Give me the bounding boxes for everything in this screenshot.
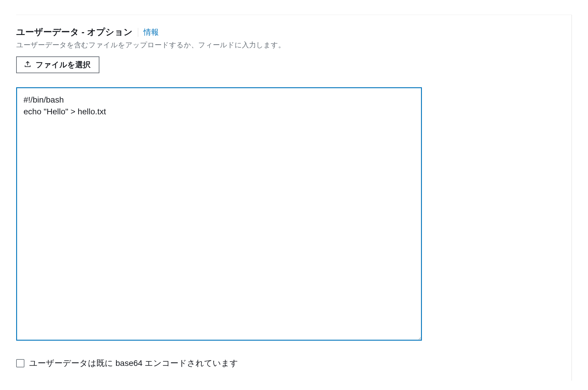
info-link[interactable]: 情報 (143, 27, 159, 37)
section-description: ユーザーデータを含むファイルをアップロードするか、フィールドに入力します。 (16, 40, 560, 50)
base64-checkbox[interactable] (16, 359, 24, 367)
user-data-textarea-wrapper (16, 87, 560, 342)
section-title: ユーザーデータ - オプション (16, 26, 133, 38)
section-header: ユーザーデータ - オプション 情報 (16, 26, 560, 38)
choose-file-button[interactable]: ファイルを選択 (16, 56, 99, 73)
choose-file-label: ファイルを選択 (36, 60, 91, 69)
user-data-section: ユーザーデータ - オプション 情報 ユーザーデータを含むファイルをアップロード… (16, 15, 572, 381)
upload-icon (24, 60, 31, 70)
user-data-textarea[interactable] (16, 87, 422, 341)
base64-checkbox-row: ユーザーデータは既に base64 エンコードされています (16, 358, 560, 369)
vertical-divider (138, 28, 138, 37)
base64-checkbox-label[interactable]: ユーザーデータは既に base64 エンコードされています (29, 358, 238, 369)
